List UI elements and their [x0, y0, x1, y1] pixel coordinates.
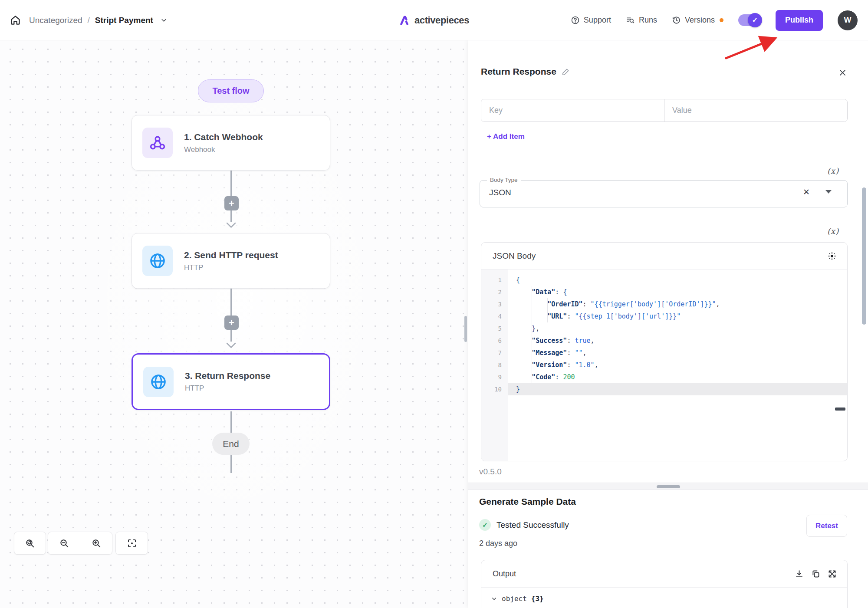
avatar[interactable]: W — [838, 10, 858, 30]
code-line[interactable]: } — [508, 383, 847, 395]
insert-variable-button[interactable]: (x) — [827, 227, 839, 236]
breadcrumb: Uncategorized / Stript Payment — [29, 16, 168, 25]
response-headers-row — [481, 99, 848, 122]
step-card-return-response[interactable]: 3. Return Response HTTP — [132, 353, 330, 410]
code-line[interactable]: "Success": true, — [508, 335, 847, 347]
chevron-down-icon — [160, 16, 168, 24]
top-navbar: Uncategorized / Stript Payment activepie… — [0, 0, 868, 40]
zoom-in-icon — [91, 538, 102, 549]
add-step-button-1[interactable] — [224, 196, 239, 210]
versions-history-icon — [672, 16, 681, 25]
runs-list-search-icon — [626, 16, 635, 25]
test-status-text: Tested Successfully — [496, 520, 569, 530]
success-check-icon: ✓ — [479, 519, 491, 531]
zoom-reset-icon — [25, 538, 35, 549]
runs-link[interactable]: Runs — [626, 16, 657, 25]
panel-scrollbar-thumb[interactable] — [862, 187, 866, 325]
code-line[interactable]: "Code": 200 — [508, 371, 847, 383]
home-button[interactable] — [10, 14, 21, 26]
connector-line-2 — [230, 289, 232, 342]
code-line[interactable]: "Data": { — [508, 286, 847, 298]
code-line[interactable]: "OrderID": "{{trigger['body']['OrderID']… — [508, 298, 847, 310]
tree-node-type: object — [502, 595, 527, 603]
indent-guide — [532, 286, 532, 383]
ai-sparkle-icon[interactable] — [827, 251, 837, 261]
activepieces-logo: activepieces — [399, 0, 469, 40]
step-subtitle: Webhook — [184, 145, 263, 154]
add-item-button[interactable]: + Add Item — [487, 132, 525, 141]
zoom-out-icon — [59, 538, 69, 549]
code-line[interactable]: "Message": "", — [508, 347, 847, 359]
step-card-send-http[interactable]: 2. Send HTTP request HTTP — [132, 233, 330, 289]
flow-enabled-toggle[interactable]: ✓ — [738, 14, 761, 26]
connector-arrow-1 — [226, 222, 236, 228]
home-icon — [10, 14, 21, 26]
code-line[interactable]: { — [508, 274, 847, 286]
close-panel-button[interactable] — [836, 66, 849, 79]
code-line[interactable]: "URL": "{{step_1['body']['url']}}" — [508, 310, 847, 322]
fit-view-icon — [127, 538, 137, 549]
toggle-check-icon: ✓ — [748, 13, 762, 27]
add-step-button-2[interactable] — [224, 316, 239, 330]
step-title: 2. Send HTTP request — [184, 250, 278, 260]
fit-view-button[interactable] — [115, 532, 148, 555]
key-input[interactable] — [481, 99, 664, 122]
connector-arrow-2 — [226, 342, 236, 348]
clear-selection-icon[interactable]: ✕ — [803, 187, 810, 197]
zoom-out-button[interactable] — [48, 532, 80, 554]
zoom-reset-button[interactable] — [14, 532, 46, 555]
breadcrumb-category[interactable]: Uncategorized — [29, 16, 82, 25]
flow-name[interactable]: Stript Payment — [95, 16, 153, 25]
generate-sample-data-title: Generate Sample Data — [479, 496, 576, 507]
code-line[interactable]: "Version": "1.0", — [508, 359, 847, 371]
zoom-controls-group — [48, 532, 112, 555]
activepieces-logo-text: activepieces — [414, 15, 469, 26]
chevron-down-icon — [491, 595, 497, 602]
step-subtitle: HTTP — [185, 384, 270, 393]
step-title: 3. Return Response — [185, 371, 270, 381]
indent-guide — [547, 298, 548, 322]
retest-button[interactable]: Retest — [806, 515, 847, 537]
versions-link[interactable]: Versions — [672, 16, 723, 25]
help-circle-icon — [571, 16, 580, 25]
flow-menu-button[interactable] — [160, 16, 168, 24]
activepieces-logo-icon — [399, 15, 411, 26]
download-icon[interactable] — [795, 569, 804, 578]
tree-node-count: {3} — [531, 595, 544, 603]
output-title: Output — [493, 569, 516, 578]
globe-icon — [143, 367, 174, 397]
flow-end-badge: End — [212, 433, 250, 455]
line-number-gutter: 12345678910 — [481, 269, 508, 461]
panel-resize-handle[interactable] — [464, 316, 467, 342]
json-body-label: JSON Body — [493, 251, 536, 261]
code-editor-area[interactable]: { "Data": { "OrderID": "{{trigger['body'… — [508, 269, 847, 461]
value-input[interactable] — [664, 99, 847, 122]
insert-variable-button[interactable]: (x) — [827, 166, 839, 175]
zoom-in-button[interactable] — [80, 532, 112, 554]
unpublished-changes-dot — [720, 18, 723, 22]
panel-section-divider — [468, 483, 868, 490]
copy-icon[interactable] — [811, 569, 820, 578]
test-flow-button[interactable]: Test flow — [198, 79, 264, 102]
dropdown-caret-icon[interactable] — [825, 190, 832, 194]
piece-version-label: v0.5.0 — [479, 467, 502, 477]
panel-title: Return Response — [481, 66, 556, 77]
body-type-select[interactable]: Body Type JSON ✕ — [480, 180, 848, 207]
output-tree-root[interactable]: object {3} — [481, 588, 847, 603]
editor-scrollbar-thumb[interactable] — [835, 408, 845, 411]
step-card-catch-webhook[interactable]: 1. Catch Webhook Webhook — [132, 115, 330, 171]
json-body-editor: JSON Body 12345678910 { "Data": { "Order… — [481, 242, 848, 461]
code-line[interactable]: }, — [508, 322, 847, 335]
edit-pencil-icon[interactable] — [562, 68, 570, 76]
expand-icon[interactable] — [828, 569, 837, 578]
output-section: Output object {3} — [481, 560, 848, 608]
section-resize-handle[interactable] — [657, 485, 680, 488]
step-subtitle: HTTP — [184, 263, 278, 272]
versions-label: Versions — [685, 16, 715, 25]
publish-button[interactable]: Publish — [776, 10, 823, 31]
webhook-icon — [142, 128, 173, 158]
breadcrumb-separator: / — [88, 16, 90, 25]
globe-icon — [142, 246, 173, 276]
support-link[interactable]: Support — [571, 16, 611, 25]
support-label: Support — [584, 16, 611, 25]
